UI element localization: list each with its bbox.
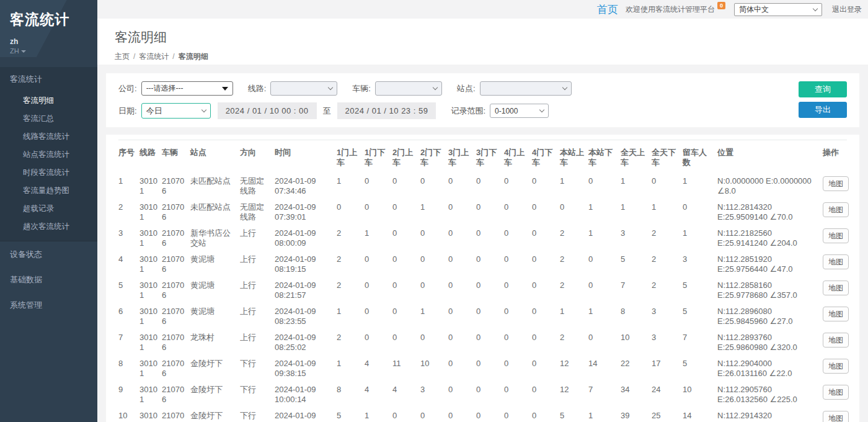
sidebar-item[interactable]: 基础数据 <box>0 267 97 292</box>
station-select[interactable] <box>480 81 572 96</box>
company-label: 公司: <box>118 83 137 94</box>
table-cell: 10 <box>118 408 140 422</box>
table-cell: 上行 <box>240 330 275 356</box>
table-row: 730101210706龙珠村上行2024-01-09 08:25:022000… <box>118 330 847 356</box>
table-cell: 2 <box>337 330 365 356</box>
breadcrumb-item: 客流明细 <box>179 52 208 61</box>
notification-badge[interactable]: 0 <box>717 2 725 9</box>
export-button[interactable]: 导出 <box>799 102 847 118</box>
table-cell: 210706 <box>162 408 190 422</box>
table-cell: 5 <box>118 277 140 303</box>
column-header: 4门下车 <box>532 140 560 174</box>
sidebar-group: 系统管理 <box>0 293 97 318</box>
query-button[interactable]: 查询 <box>799 81 847 97</box>
date-range-select[interactable]: 今日 <box>141 103 211 119</box>
breadcrumb-separator: / <box>133 52 135 61</box>
table-cell: 1 <box>683 173 717 199</box>
table-cell: 0 <box>420 408 448 422</box>
column-header: 本站下车 <box>588 140 621 174</box>
table-cell: 0 <box>420 225 448 251</box>
table-cell: 8 <box>118 356 140 382</box>
table-cell: 4 <box>392 382 420 408</box>
table-cell: 1 <box>588 199 621 225</box>
table-panel: 序号线路车辆站点方向时间1门上车1门下车2门上车2门下车3门上车3门下车4门上车… <box>106 135 859 422</box>
line-select[interactable] <box>270 81 337 96</box>
sidebar-subitem[interactable]: 时段客流统计 <box>0 164 97 182</box>
table-cell: 新华书店公交站 <box>190 225 240 251</box>
table-cell: 1 <box>337 356 365 382</box>
sidebar-item[interactable]: 设备状态 <box>0 242 97 267</box>
table-cell: 上行 <box>240 303 275 330</box>
table-cell: 无固定线路 <box>240 199 275 225</box>
table-cell: 8 <box>337 382 365 408</box>
table-cell: N:0.0000000 E:0.0000000 ∠8.0 <box>717 173 823 199</box>
table-row: 530101210706黄泥塘上行2024-01-09 08:21:572000… <box>118 277 847 303</box>
table-cell: 0 <box>532 277 560 303</box>
map-button[interactable]: 地图 <box>823 254 849 269</box>
home-link[interactable]: 首页 <box>597 2 618 17</box>
table-cell-actions: 地图 <box>823 408 847 422</box>
table-cell: 0 <box>448 408 476 422</box>
map-button[interactable]: 地图 <box>823 202 849 217</box>
table-cell: 210706 <box>162 199 190 225</box>
table-cell: 0 <box>365 330 392 356</box>
chevron-down-icon <box>201 107 206 112</box>
main-content: 公司: ---请选择--- 线路: 车辆: 站点: 日期: 今日 2024 / … <box>97 65 868 422</box>
map-button[interactable]: 地图 <box>823 228 849 243</box>
table-row: 430101210706黄泥塘上行2024-01-09 08:19:152000… <box>118 251 847 277</box>
map-button[interactable]: 地图 <box>823 307 849 321</box>
table-cell: 1 <box>560 173 588 199</box>
date-to-input[interactable]: 2024 / 01 / 10 23 : 59 <box>337 102 436 119</box>
table-cell-actions: 地图 <box>823 173 847 199</box>
sidebar-subitem[interactable]: 超载记录 <box>0 200 97 218</box>
table-cell: 1 <box>420 199 448 225</box>
table-cell: 下行 <box>240 382 275 408</box>
logout-link[interactable]: 退出登录 <box>832 4 862 15</box>
sidebar-item[interactable]: 系统管理 <box>0 293 97 318</box>
table-cell: 2024-01-09 08:23:55 <box>275 303 337 330</box>
table-cell: 25 <box>652 408 683 422</box>
sidebar-item[interactable]: 客流统计 <box>0 67 97 92</box>
table-cell: 0 <box>448 330 476 356</box>
table-cell: 0 <box>365 303 392 330</box>
line-label: 线路: <box>248 83 267 94</box>
table-body: 130101210706未匹配站点无固定线路2024-01-09 07:34:4… <box>118 173 847 422</box>
sidebar-subitem[interactable]: 趟次客流统计 <box>0 218 97 236</box>
map-button[interactable]: 地图 <box>823 411 849 422</box>
app-logo: 客流统计 zh ZH <box>0 0 97 57</box>
date-from-input[interactable]: 2024 / 01 / 10 00 : 00 <box>218 102 317 119</box>
page-title: 客流明细 <box>115 29 868 46</box>
sidebar-subitem[interactable]: 站点客流统计 <box>0 146 97 164</box>
vehicle-select[interactable] <box>375 81 442 96</box>
column-header: 本站上车 <box>560 140 588 174</box>
breadcrumb-item[interactable]: 主页 <box>115 52 130 61</box>
table-cell: 4 <box>365 356 392 382</box>
table-cell: N:112.2896080 E:25.9845960 ∠27.0 <box>717 303 823 330</box>
map-button[interactable]: 地图 <box>823 176 849 191</box>
table-cell: 0 <box>420 251 448 277</box>
map-button[interactable]: 地图 <box>823 333 849 348</box>
sidebar-subitem[interactable]: 客流量趋势图 <box>0 182 97 200</box>
table-header-row: 序号线路车辆站点方向时间1门上车1门下车2门上车2门下车3门上车3门下车4门上车… <box>118 140 847 174</box>
user-lang-dropdown[interactable]: ZH <box>10 47 87 55</box>
table-row: 630101210706黄泥塘上行2024-01-09 08:23:551001… <box>118 303 847 330</box>
language-select[interactable]: 简体中文 <box>734 3 822 16</box>
breadcrumb-item[interactable]: 客流统计 <box>139 52 169 61</box>
map-button[interactable]: 地图 <box>823 281 849 295</box>
table-cell: 0 <box>532 199 560 225</box>
map-button[interactable]: 地图 <box>823 359 849 374</box>
sidebar-subitem[interactable]: 线路客流统计 <box>0 128 97 146</box>
table-cell: 10 <box>420 356 448 382</box>
map-button[interactable]: 地图 <box>823 385 849 400</box>
record-range-select[interactable]: 0-1000 <box>490 104 549 118</box>
sidebar-subitem[interactable]: 客流汇总 <box>0 110 97 128</box>
company-select[interactable]: ---请选择--- <box>141 81 233 96</box>
table-cell: 210706 <box>162 173 190 199</box>
table-cell: 0 <box>588 277 621 303</box>
table-cell: 3 <box>652 303 683 330</box>
sidebar-subitem[interactable]: 客流明细 <box>0 92 97 110</box>
column-header: 全天下车 <box>652 140 683 174</box>
table-cell: 黄泥塘 <box>190 303 240 330</box>
sidebar-group: 基础数据 <box>0 267 97 292</box>
table-cell: 5 <box>337 408 365 422</box>
